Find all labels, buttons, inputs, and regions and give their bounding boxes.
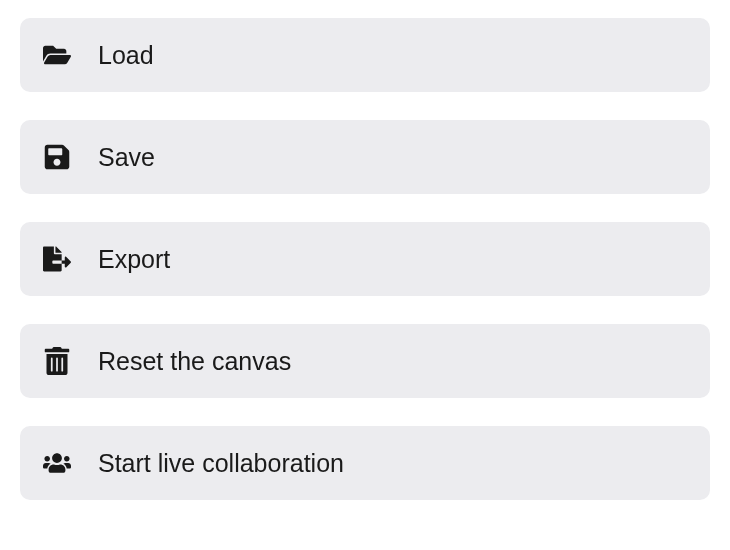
save-icon bbox=[42, 142, 72, 172]
export-icon bbox=[42, 244, 72, 274]
menu-item-collaboration[interactable]: Start live collaboration bbox=[20, 426, 710, 500]
menu-item-label: Reset the canvas bbox=[98, 347, 291, 376]
menu-item-label: Start live collaboration bbox=[98, 449, 344, 478]
folder-open-icon bbox=[42, 40, 72, 70]
menu-item-export[interactable]: Export bbox=[20, 222, 710, 296]
menu-item-load[interactable]: Load bbox=[20, 18, 710, 92]
trash-icon bbox=[42, 346, 72, 376]
menu-item-save[interactable]: Save bbox=[20, 120, 710, 194]
menu-item-label: Save bbox=[98, 143, 155, 172]
users-icon bbox=[42, 448, 72, 478]
menu-item-label: Export bbox=[98, 245, 170, 274]
menu-item-reset[interactable]: Reset the canvas bbox=[20, 324, 710, 398]
menu-item-label: Load bbox=[98, 41, 154, 70]
menu-list: Load Save Export Reset the canvas Start … bbox=[20, 18, 710, 500]
